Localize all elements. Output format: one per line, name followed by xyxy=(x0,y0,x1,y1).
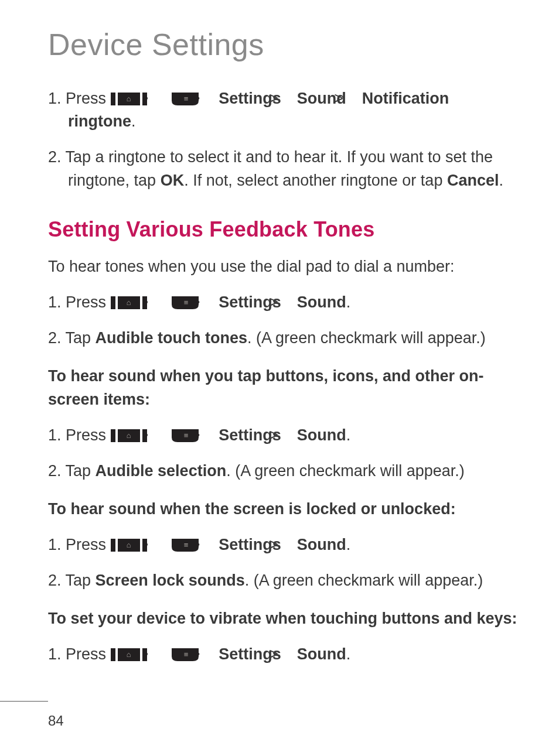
breadcrumb-separator: > xyxy=(156,87,163,110)
breadcrumb-separator: > xyxy=(285,87,292,110)
home-key-icon: ⌂ xyxy=(111,296,147,309)
step-number: 2. xyxy=(48,148,62,166)
step: 2. Tap Audible touch tones. (A green che… xyxy=(48,327,519,350)
breadcrumb-separator: > xyxy=(207,424,214,447)
home-glyph-icon: ⌂ xyxy=(127,651,131,659)
step-number: 1. xyxy=(48,645,62,663)
step-text: Press xyxy=(66,426,111,444)
menu-key-icon: ≡ xyxy=(172,648,199,661)
nav-item: Sound xyxy=(297,426,346,444)
home-key-icon: ⌂ xyxy=(111,539,147,552)
menu-glyph-icon: ≡ xyxy=(184,651,189,658)
step-number: 1. xyxy=(48,536,62,553)
bold-term: Cancel xyxy=(447,172,499,189)
footer-rule xyxy=(0,701,48,702)
breadcrumb-separator: > xyxy=(156,533,163,556)
home-glyph-icon: ⌂ xyxy=(127,541,131,549)
menu-key-icon: ≡ xyxy=(172,296,199,309)
punct: . xyxy=(131,112,136,130)
menu-glyph-icon: ≡ xyxy=(184,541,189,549)
menu-glyph-icon: ≡ xyxy=(184,299,189,306)
breadcrumb-separator: > xyxy=(156,291,163,314)
breadcrumb-separator: > xyxy=(156,424,163,447)
bold-term: Audible selection xyxy=(96,462,227,480)
sub-heading: To hear sound when you tap buttons, icon… xyxy=(48,365,519,411)
punct: . xyxy=(346,293,351,311)
menu-key-icon: ≡ xyxy=(172,93,199,105)
bold-term: Audible touch tones xyxy=(96,329,248,347)
step-number: 2. xyxy=(48,572,62,589)
step-number: 1. xyxy=(48,90,62,107)
bold-term: Screen lock sounds xyxy=(96,572,245,589)
step: 1. Press ⌂ > ≡ > Settings > Sound > Noti… xyxy=(48,87,519,133)
step-text: Tap xyxy=(66,462,96,480)
step-text: Press xyxy=(66,90,111,107)
menu-glyph-icon: ≡ xyxy=(184,95,189,102)
step-text: Press xyxy=(66,293,111,311)
step: 1. Press ⌂ > ≡ > Settings > Sound. xyxy=(48,533,519,556)
breadcrumb-separator: > xyxy=(207,533,214,556)
step-text: Press xyxy=(66,536,111,553)
breadcrumb-separator: > xyxy=(207,291,214,314)
step-text: Tap xyxy=(66,329,96,347)
breadcrumb-separator: > xyxy=(207,643,214,666)
step-number: 2. xyxy=(48,329,62,347)
breadcrumb-separator: > xyxy=(156,643,163,666)
step: 1. Press ⌂ > ≡ > Settings > Sound. xyxy=(48,643,519,666)
step-text: Tap xyxy=(66,572,96,589)
home-glyph-icon: ⌂ xyxy=(127,299,131,306)
step: 2. Tap Audible selection. (A green check… xyxy=(48,460,519,483)
manual-page: Device Settings 1. Press ⌂ > ≡ > Setting… xyxy=(0,0,559,756)
breadcrumb-separator: > xyxy=(350,87,357,110)
home-key-icon: ⌂ xyxy=(111,93,147,105)
nav-item: Sound xyxy=(297,645,346,663)
home-key-icon: ⌂ xyxy=(111,429,147,442)
step-number: 1. xyxy=(48,293,62,311)
breadcrumb-separator: > xyxy=(285,424,292,447)
step-text: . (A green checkmark will appear.) xyxy=(226,462,465,480)
section-heading: Setting Various Feedback Tones xyxy=(48,214,519,245)
breadcrumb-separator: > xyxy=(285,643,292,666)
punct: . xyxy=(346,645,351,663)
page-footer: 84 xyxy=(0,701,64,731)
breadcrumb-separator: > xyxy=(285,291,292,314)
step: 2. Tap Screen lock sounds. (A green chec… xyxy=(48,569,519,592)
step: 1. Press ⌂ > ≡ > Settings > Sound. xyxy=(48,291,519,314)
step-text: . (A green checkmark will appear.) xyxy=(247,329,486,347)
home-glyph-icon: ⌂ xyxy=(127,432,131,439)
step: 1. Press ⌂ > ≡ > Settings > Sound. xyxy=(48,424,519,447)
step-text: . (A green checkmark will appear.) xyxy=(245,572,483,589)
nav-item: Sound xyxy=(297,536,346,553)
home-key-icon: ⌂ xyxy=(111,648,147,661)
nav-item: Sound xyxy=(297,293,346,311)
step-number: 1. xyxy=(48,426,62,444)
sub-heading: To hear sound when the screen is locked … xyxy=(48,498,519,521)
menu-key-icon: ≡ xyxy=(172,429,199,442)
step-text: Press xyxy=(66,645,111,663)
punct: . xyxy=(346,536,351,553)
sub-heading: To set your device to vibrate when touch… xyxy=(48,607,519,630)
step-number: 2. xyxy=(48,462,62,480)
step: 2. Tap a ringtone to select it and to he… xyxy=(48,146,519,191)
menu-glyph-icon: ≡ xyxy=(184,431,189,439)
step-text: . If not, select another ringtone or tap xyxy=(184,172,447,189)
page-number: 84 xyxy=(0,711,64,731)
breadcrumb-separator: > xyxy=(207,87,214,110)
breadcrumb-separator: > xyxy=(285,533,292,556)
page-title: Device Settings xyxy=(48,28,519,61)
section-intro: To hear tones when you use the dial pad … xyxy=(48,255,519,278)
menu-key-icon: ≡ xyxy=(172,539,199,552)
home-glyph-icon: ⌂ xyxy=(127,95,131,102)
bold-term: OK xyxy=(161,172,185,189)
step-text: . xyxy=(499,172,503,189)
punct: . xyxy=(346,426,351,444)
